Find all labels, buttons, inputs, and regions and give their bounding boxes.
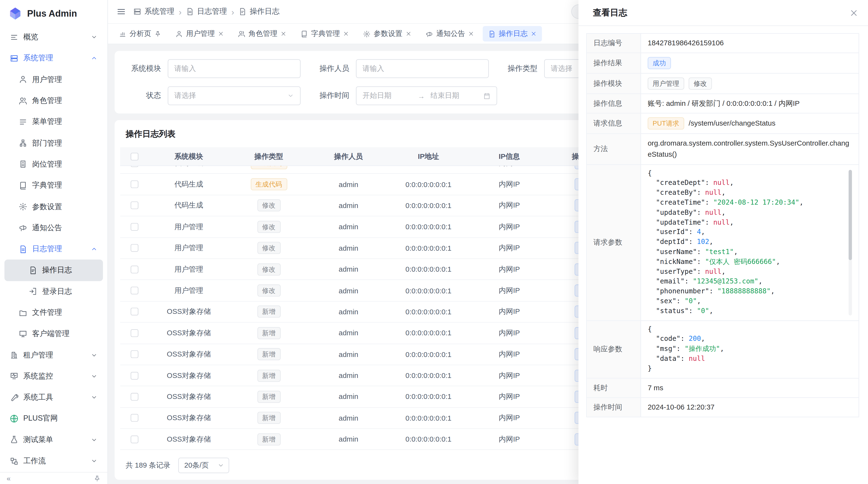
- row-checkbox[interactable]: [131, 435, 138, 443]
- filter-input-系统模块[interactable]: 请输入: [168, 59, 301, 78]
- page-size-select[interactable]: 20条/页: [178, 458, 229, 474]
- detail-value: org.dromara.system.controller.system.Sys…: [648, 138, 852, 160]
- sidebar-item-label: 通知公告: [32, 223, 97, 233]
- column-header-操作人员[interactable]: 操作人员: [309, 151, 388, 161]
- sidebar-item-label: 测试菜单: [23, 435, 86, 445]
- cell-module: OSS对象存储: [149, 328, 229, 338]
- row-checkbox[interactable]: [131, 223, 138, 231]
- view-log-drawer: 查看日志 日志编号1842781986426159106操作结果成功操作模块用户…: [579, 0, 868, 484]
- sidebar-item-文件管理[interactable]: 文件管理: [4, 302, 103, 323]
- tab-用户管理[interactable]: 用户管理: [170, 26, 229, 41]
- cell-module: OSS对象存储: [149, 349, 229, 359]
- sidebar-item-登录日志[interactable]: 登录日志: [4, 281, 103, 302]
- column-header-系统模块[interactable]: 系统模块: [149, 151, 229, 161]
- sidebar-item-操作日志[interactable]: 操作日志: [4, 260, 103, 281]
- row-checkbox[interactable]: [131, 181, 138, 188]
- action-type-tag: 新增: [257, 305, 280, 318]
- sidebar-item-部门管理[interactable]: 部门管理: [4, 133, 103, 154]
- close-icon: [218, 31, 224, 37]
- sidebar-item-label: 登录日志: [42, 287, 97, 296]
- hamburger-icon[interactable]: [117, 7, 126, 16]
- sidebar-item-字典管理[interactable]: 字典管理: [4, 175, 103, 196]
- breadcrumb-item-系统管理[interactable]: 系统管理: [133, 7, 174, 17]
- sidebar-item-测试菜单[interactable]: 测试菜单: [4, 429, 103, 451]
- tab-通知公告[interactable]: 通知公告: [420, 26, 479, 41]
- sidebar-item-label: 日志管理: [32, 244, 86, 254]
- sidebar-item-参数设置[interactable]: 参数设置: [4, 196, 103, 218]
- select-all-checkbox[interactable]: [131, 153, 138, 160]
- module-tag: 用户管理: [648, 77, 684, 90]
- row-checkbox[interactable]: [131, 265, 138, 273]
- row-checkbox[interactable]: [131, 166, 138, 167]
- chevron-up-icon: [91, 55, 98, 62]
- column-header-IP地址[interactable]: IP地址: [388, 151, 469, 161]
- chevron-down-icon: [91, 437, 98, 443]
- cell-ip: 0:0:0:0:0:0:0:1: [388, 286, 469, 295]
- row-checkbox[interactable]: [131, 244, 138, 252]
- tab-操作日志[interactable]: 操作日志: [483, 26, 542, 41]
- detail-value: 7 ms: [648, 382, 663, 393]
- close-drawer-icon[interactable]: [850, 9, 858, 17]
- collapse-sidebar-icon[interactable]: «: [7, 474, 11, 483]
- sidebar-item-岗位管理[interactable]: 岗位管理: [4, 154, 103, 175]
- tab-分析页[interactable]: 分析页: [114, 26, 166, 41]
- drawer-header: 查看日志: [579, 0, 868, 26]
- tab-参数设置[interactable]: 参数设置: [358, 26, 417, 41]
- sidebar-item-通知公告[interactable]: 通知公告: [4, 218, 103, 238]
- close-tab-icon[interactable]: [218, 31, 224, 37]
- hamburger-icon: [117, 7, 126, 16]
- row-checkbox[interactable]: [131, 351, 138, 358]
- pin-sidebar-icon[interactable]: [94, 475, 101, 482]
- detail-label: 操作信息: [587, 94, 641, 113]
- row-checkbox[interactable]: [131, 308, 138, 316]
- filter-select-状态[interactable]: 请选择: [168, 86, 301, 105]
- sidebar-item-系统监控[interactable]: 系统监控: [4, 366, 103, 387]
- row-checkbox[interactable]: [131, 372, 138, 379]
- sidebar-item-概览[interactable]: 概览: [4, 27, 103, 48]
- action-type-tag: 生成代码: [250, 166, 287, 169]
- sidebar-item-label: 部门管理: [32, 138, 97, 148]
- row-checkbox[interactable]: [131, 287, 138, 294]
- column-header-操作类型[interactable]: 操作类型: [228, 151, 309, 161]
- filter-input-操作人员[interactable]: 请输入: [356, 59, 489, 78]
- breadcrumb-item-日志管理[interactable]: 日志管理: [186, 7, 227, 17]
- scrollbar[interactable]: [849, 170, 852, 315]
- pin-tab-icon[interactable]: [155, 30, 161, 37]
- chevron-down-icon: [91, 34, 98, 40]
- close-tab-icon[interactable]: [468, 31, 474, 37]
- sidebar-item-用户管理[interactable]: 用户管理: [4, 69, 103, 90]
- sidebar-item-PLUS官网[interactable]: PLUS官网: [4, 408, 103, 429]
- sidebar-item-角色管理[interactable]: 角色管理: [4, 90, 103, 111]
- tab-角色管理[interactable]: 角色管理: [232, 26, 292, 41]
- app-logo[interactable]: Plus Admin: [0, 0, 107, 27]
- row-checkbox[interactable]: [131, 329, 138, 337]
- sidebar-item-菜单管理[interactable]: 菜单管理: [4, 111, 103, 133]
- close-tab-icon[interactable]: [281, 31, 286, 37]
- sidebar-item-租户管理[interactable]: 租户管理: [4, 345, 103, 366]
- close-icon: [531, 31, 536, 37]
- filter-group: 操作人员请输入: [314, 59, 489, 78]
- action-type-tag: 修改: [257, 200, 280, 212]
- result-tag: 成功: [648, 57, 671, 69]
- sidebar-item-日志管理[interactable]: 日志管理: [4, 238, 103, 260]
- tab-字典管理[interactable]: 字典管理: [295, 26, 354, 41]
- breadcrumb-item-操作日志[interactable]: 操作日志: [239, 7, 280, 17]
- scrollbar-thumb[interactable]: [849, 170, 852, 260]
- sidebar-item-客户端管理[interactable]: 客户端管理: [4, 323, 103, 345]
- sidebar-item-系统管理[interactable]: 系统管理: [4, 48, 103, 69]
- filter-daterange-操作时间[interactable]: 开始日期→结束日期: [356, 86, 497, 105]
- row-checkbox[interactable]: [131, 202, 138, 209]
- param-icon: [19, 202, 27, 211]
- close-tab-icon[interactable]: [406, 31, 411, 37]
- row-checkbox[interactable]: [131, 393, 138, 400]
- sidebar-item-系统工具[interactable]: 系统工具: [4, 387, 103, 408]
- breadcrumb-separator: ›: [179, 7, 182, 16]
- row-checkbox[interactable]: [131, 414, 138, 422]
- request-url: /system/user/changeStatus: [689, 118, 775, 129]
- cell-ip: 0:0:0:0:0:0:0:1: [388, 435, 469, 443]
- cell-operator: admin: [309, 329, 388, 337]
- sidebar-item-工作流[interactable]: 工作流: [4, 451, 103, 472]
- close-tab-icon[interactable]: [343, 31, 349, 37]
- close-tab-icon[interactable]: [531, 31, 536, 37]
- column-header-IP信息[interactable]: IP信息: [469, 151, 550, 161]
